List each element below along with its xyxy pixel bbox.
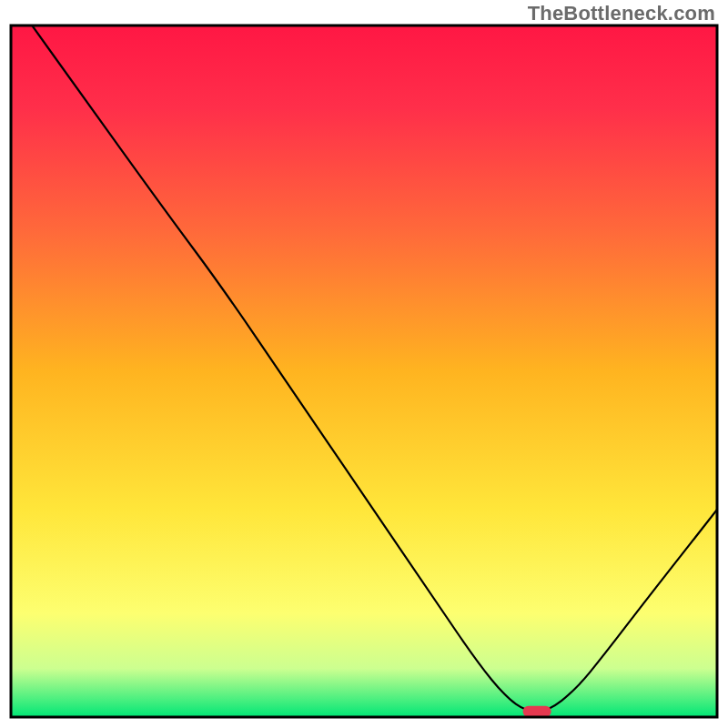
plot-background: [11, 25, 717, 717]
watermark-text: TheBottleneck.com: [528, 2, 715, 25]
highlight-marker: [523, 706, 551, 717]
bottleneck-chart: [0, 0, 728, 728]
chart-container: TheBottleneck.com: [0, 0, 728, 728]
